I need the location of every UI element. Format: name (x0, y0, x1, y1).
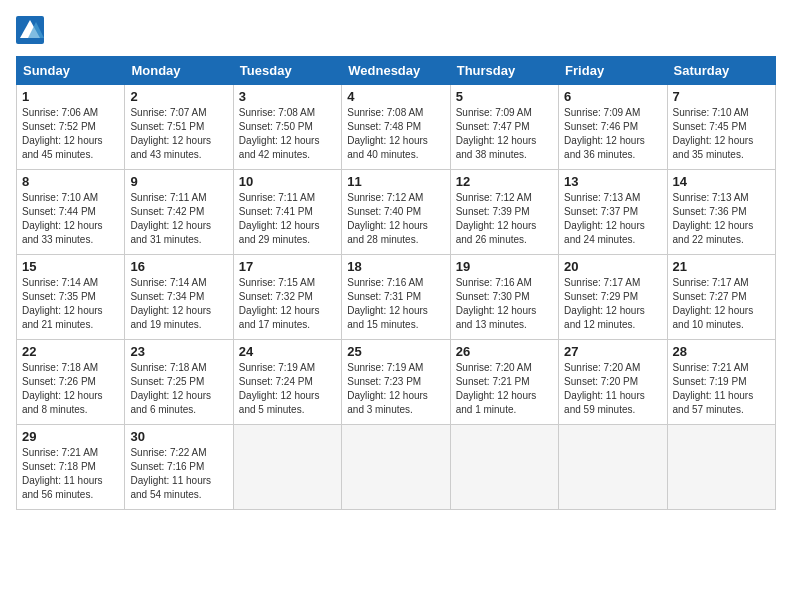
day-header-tuesday: Tuesday (233, 57, 341, 85)
calendar-cell: 24Sunrise: 7:19 AM Sunset: 7:24 PM Dayli… (233, 340, 341, 425)
day-number: 9 (130, 174, 227, 189)
day-info: Sunrise: 7:11 AM Sunset: 7:41 PM Dayligh… (239, 191, 336, 247)
calendar-cell: 21Sunrise: 7:17 AM Sunset: 7:27 PM Dayli… (667, 255, 775, 340)
day-number: 13 (564, 174, 661, 189)
day-number: 14 (673, 174, 770, 189)
day-info: Sunrise: 7:07 AM Sunset: 7:51 PM Dayligh… (130, 106, 227, 162)
day-number: 2 (130, 89, 227, 104)
day-info: Sunrise: 7:12 AM Sunset: 7:40 PM Dayligh… (347, 191, 444, 247)
day-number: 3 (239, 89, 336, 104)
calendar-week-4: 22Sunrise: 7:18 AM Sunset: 7:26 PM Dayli… (17, 340, 776, 425)
calendar-cell (342, 425, 450, 510)
calendar-cell: 5Sunrise: 7:09 AM Sunset: 7:47 PM Daylig… (450, 85, 558, 170)
calendar-week-5: 29Sunrise: 7:21 AM Sunset: 7:18 PM Dayli… (17, 425, 776, 510)
calendar-header: SundayMondayTuesdayWednesdayThursdayFrid… (17, 57, 776, 85)
day-info: Sunrise: 7:19 AM Sunset: 7:24 PM Dayligh… (239, 361, 336, 417)
day-number: 20 (564, 259, 661, 274)
calendar-cell (559, 425, 667, 510)
day-number: 16 (130, 259, 227, 274)
calendar-cell (233, 425, 341, 510)
day-info: Sunrise: 7:19 AM Sunset: 7:23 PM Dayligh… (347, 361, 444, 417)
day-info: Sunrise: 7:14 AM Sunset: 7:35 PM Dayligh… (22, 276, 119, 332)
calendar-cell: 2Sunrise: 7:07 AM Sunset: 7:51 PM Daylig… (125, 85, 233, 170)
day-number: 21 (673, 259, 770, 274)
day-number: 28 (673, 344, 770, 359)
calendar-cell (450, 425, 558, 510)
day-header-friday: Friday (559, 57, 667, 85)
calendar-week-3: 15Sunrise: 7:14 AM Sunset: 7:35 PM Dayli… (17, 255, 776, 340)
day-number: 10 (239, 174, 336, 189)
day-info: Sunrise: 7:16 AM Sunset: 7:30 PM Dayligh… (456, 276, 553, 332)
day-info: Sunrise: 7:16 AM Sunset: 7:31 PM Dayligh… (347, 276, 444, 332)
day-info: Sunrise: 7:21 AM Sunset: 7:18 PM Dayligh… (22, 446, 119, 502)
calendar-cell: 15Sunrise: 7:14 AM Sunset: 7:35 PM Dayli… (17, 255, 125, 340)
calendar-cell: 16Sunrise: 7:14 AM Sunset: 7:34 PM Dayli… (125, 255, 233, 340)
day-number: 6 (564, 89, 661, 104)
calendar-week-2: 8Sunrise: 7:10 AM Sunset: 7:44 PM Daylig… (17, 170, 776, 255)
calendar-cell: 28Sunrise: 7:21 AM Sunset: 7:19 PM Dayli… (667, 340, 775, 425)
day-info: Sunrise: 7:08 AM Sunset: 7:48 PM Dayligh… (347, 106, 444, 162)
calendar-cell: 1Sunrise: 7:06 AM Sunset: 7:52 PM Daylig… (17, 85, 125, 170)
day-info: Sunrise: 7:11 AM Sunset: 7:42 PM Dayligh… (130, 191, 227, 247)
day-number: 8 (22, 174, 119, 189)
day-number: 22 (22, 344, 119, 359)
day-number: 29 (22, 429, 119, 444)
day-info: Sunrise: 7:13 AM Sunset: 7:36 PM Dayligh… (673, 191, 770, 247)
day-number: 27 (564, 344, 661, 359)
day-info: Sunrise: 7:20 AM Sunset: 7:21 PM Dayligh… (456, 361, 553, 417)
calendar-cell: 20Sunrise: 7:17 AM Sunset: 7:29 PM Dayli… (559, 255, 667, 340)
day-number: 18 (347, 259, 444, 274)
day-info: Sunrise: 7:10 AM Sunset: 7:45 PM Dayligh… (673, 106, 770, 162)
day-number: 4 (347, 89, 444, 104)
day-info: Sunrise: 7:09 AM Sunset: 7:47 PM Dayligh… (456, 106, 553, 162)
day-number: 25 (347, 344, 444, 359)
day-info: Sunrise: 7:06 AM Sunset: 7:52 PM Dayligh… (22, 106, 119, 162)
calendar-table: SundayMondayTuesdayWednesdayThursdayFrid… (16, 56, 776, 510)
day-info: Sunrise: 7:14 AM Sunset: 7:34 PM Dayligh… (130, 276, 227, 332)
day-number: 15 (22, 259, 119, 274)
calendar-cell: 30Sunrise: 7:22 AM Sunset: 7:16 PM Dayli… (125, 425, 233, 510)
day-info: Sunrise: 7:18 AM Sunset: 7:25 PM Dayligh… (130, 361, 227, 417)
day-info: Sunrise: 7:21 AM Sunset: 7:19 PM Dayligh… (673, 361, 770, 417)
day-info: Sunrise: 7:09 AM Sunset: 7:46 PM Dayligh… (564, 106, 661, 162)
day-number: 12 (456, 174, 553, 189)
calendar-cell: 4Sunrise: 7:08 AM Sunset: 7:48 PM Daylig… (342, 85, 450, 170)
day-header-sunday: Sunday (17, 57, 125, 85)
day-info: Sunrise: 7:15 AM Sunset: 7:32 PM Dayligh… (239, 276, 336, 332)
calendar-cell: 14Sunrise: 7:13 AM Sunset: 7:36 PM Dayli… (667, 170, 775, 255)
day-number: 23 (130, 344, 227, 359)
calendar-cell: 8Sunrise: 7:10 AM Sunset: 7:44 PM Daylig… (17, 170, 125, 255)
day-number: 5 (456, 89, 553, 104)
calendar-cell: 17Sunrise: 7:15 AM Sunset: 7:32 PM Dayli… (233, 255, 341, 340)
day-header-monday: Monday (125, 57, 233, 85)
logo-icon (16, 16, 44, 44)
calendar-cell: 23Sunrise: 7:18 AM Sunset: 7:25 PM Dayli… (125, 340, 233, 425)
day-header-saturday: Saturday (667, 57, 775, 85)
calendar-cell: 18Sunrise: 7:16 AM Sunset: 7:31 PM Dayli… (342, 255, 450, 340)
day-header-thursday: Thursday (450, 57, 558, 85)
calendar-cell: 11Sunrise: 7:12 AM Sunset: 7:40 PM Dayli… (342, 170, 450, 255)
day-info: Sunrise: 7:17 AM Sunset: 7:27 PM Dayligh… (673, 276, 770, 332)
calendar-cell: 19Sunrise: 7:16 AM Sunset: 7:30 PM Dayli… (450, 255, 558, 340)
day-number: 7 (673, 89, 770, 104)
calendar-cell: 25Sunrise: 7:19 AM Sunset: 7:23 PM Dayli… (342, 340, 450, 425)
calendar-cell: 27Sunrise: 7:20 AM Sunset: 7:20 PM Dayli… (559, 340, 667, 425)
day-number: 11 (347, 174, 444, 189)
calendar-cell: 6Sunrise: 7:09 AM Sunset: 7:46 PM Daylig… (559, 85, 667, 170)
calendar-cell: 26Sunrise: 7:20 AM Sunset: 7:21 PM Dayli… (450, 340, 558, 425)
day-number: 17 (239, 259, 336, 274)
day-number: 30 (130, 429, 227, 444)
calendar-cell: 22Sunrise: 7:18 AM Sunset: 7:26 PM Dayli… (17, 340, 125, 425)
day-info: Sunrise: 7:17 AM Sunset: 7:29 PM Dayligh… (564, 276, 661, 332)
calendar-cell: 12Sunrise: 7:12 AM Sunset: 7:39 PM Dayli… (450, 170, 558, 255)
logo (16, 16, 48, 44)
calendar-week-1: 1Sunrise: 7:06 AM Sunset: 7:52 PM Daylig… (17, 85, 776, 170)
day-info: Sunrise: 7:18 AM Sunset: 7:26 PM Dayligh… (22, 361, 119, 417)
day-info: Sunrise: 7:10 AM Sunset: 7:44 PM Dayligh… (22, 191, 119, 247)
calendar-cell: 7Sunrise: 7:10 AM Sunset: 7:45 PM Daylig… (667, 85, 775, 170)
calendar-cell: 29Sunrise: 7:21 AM Sunset: 7:18 PM Dayli… (17, 425, 125, 510)
day-header-wednesday: Wednesday (342, 57, 450, 85)
day-info: Sunrise: 7:08 AM Sunset: 7:50 PM Dayligh… (239, 106, 336, 162)
day-number: 19 (456, 259, 553, 274)
calendar-cell: 9Sunrise: 7:11 AM Sunset: 7:42 PM Daylig… (125, 170, 233, 255)
